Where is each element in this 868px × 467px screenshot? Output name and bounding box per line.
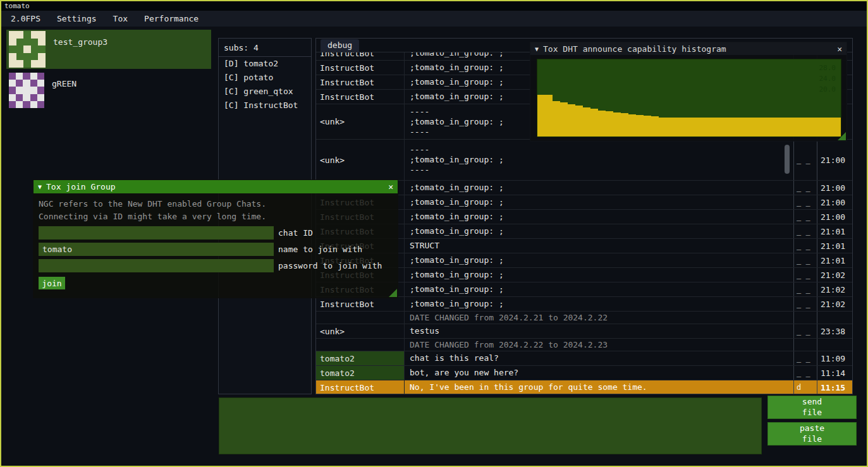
subs-count: subs: 4 bbox=[219, 39, 311, 57]
histogram-bar bbox=[568, 104, 575, 136]
histogram-bar bbox=[560, 102, 568, 136]
menu-item-2-0fps[interactable]: 2.0FPS bbox=[3, 11, 49, 27]
chat-row-status: _ _ bbox=[793, 282, 817, 296]
hint-text: NGC refers to the New DHT enabled Group … bbox=[34, 198, 398, 210]
close-icon[interactable]: ✕ bbox=[837, 44, 842, 54]
member-item[interactable]: [D] tomato2 bbox=[219, 57, 311, 71]
contact-name: test_group3 bbox=[53, 37, 107, 69]
collapse-arrow-icon[interactable]: ▼ bbox=[38, 183, 42, 190]
contact-item-green[interactable]: gREEN bbox=[6, 71, 211, 111]
chat-row-status: _ _ bbox=[793, 140, 817, 180]
histogram-bar bbox=[795, 118, 803, 137]
plot-tick-label: 28.0 bbox=[819, 63, 836, 73]
chat-row-status: _ _ bbox=[793, 297, 817, 311]
chat-row-time: 21:00 bbox=[817, 195, 852, 209]
chat-row-message: DATE CHANGED from 2024.2.22 to 2024.2.23 bbox=[405, 340, 793, 350]
chat-row[interactable]: <unk>---- ;tomato_in_group: ; ----_ _21:… bbox=[316, 140, 852, 181]
resize-grip[interactable] bbox=[389, 289, 397, 297]
histogram-bar bbox=[750, 118, 757, 137]
chat-row-author: <unk> bbox=[316, 104, 405, 139]
paste-file-button[interactable]: paste file bbox=[767, 422, 857, 446]
histogram-bar bbox=[545, 95, 553, 136]
chat-row-time: 11:15 bbox=[817, 380, 852, 394]
contact-avatar-icon bbox=[9, 73, 44, 108]
chat-row-status bbox=[793, 312, 817, 324]
chat-row-message: ;tomato_in_group: ; bbox=[405, 270, 793, 280]
chat-row[interactable]: InstructBotNo, I've been in this group f… bbox=[316, 380, 852, 394]
histogram-bar bbox=[666, 118, 674, 137]
histogram-bar bbox=[590, 109, 598, 136]
chat-row-author: InstructBot bbox=[316, 75, 405, 89]
chat-row-author: InstructBot bbox=[316, 61, 405, 75]
histogram-bar bbox=[583, 107, 590, 136]
histogram-bar bbox=[628, 114, 636, 136]
chat-row-message: ;tomato_in_group: ; bbox=[405, 226, 793, 236]
chat-row[interactable]: tomato2chat is this real?_ _11:09 bbox=[316, 351, 852, 366]
chat-row[interactable]: InstructBot;tomato_in_group: ;_ _21:02 bbox=[316, 297, 852, 312]
chat-row-message: ;tomato_in_group: ; bbox=[405, 183, 793, 193]
contact-name: gREEN bbox=[52, 79, 76, 111]
chat-row-message: STRUCT bbox=[405, 241, 793, 251]
join-password-input[interactable] bbox=[39, 259, 274, 272]
chat-row-message: ;tomato_in_group: ; bbox=[405, 255, 793, 265]
chat-row-status: _ _ bbox=[793, 366, 817, 380]
chat-row-author: tomato2 bbox=[316, 366, 405, 380]
chat-id-input[interactable] bbox=[39, 226, 274, 240]
chat-row-time bbox=[817, 312, 852, 324]
chat-scrollbar[interactable] bbox=[785, 145, 790, 174]
chat-row-message: bot, are you new here? bbox=[405, 368, 793, 378]
member-item[interactable]: [C] green_qtox bbox=[219, 85, 311, 99]
chat-row-time: 21:01 bbox=[817, 253, 852, 267]
chat-row-time: 21:02 bbox=[817, 268, 852, 282]
histogram-bar bbox=[636, 115, 644, 136]
histogram-bar bbox=[697, 118, 704, 137]
chat-row-message: ;tomato_in_group: ; bbox=[405, 212, 793, 222]
tab-debug[interactable]: debug bbox=[321, 39, 359, 52]
message-input[interactable] bbox=[219, 397, 762, 454]
resize-grip[interactable] bbox=[838, 132, 846, 140]
send-file-button[interactable]: send file bbox=[767, 396, 857, 419]
chat-row-time: 11:14 bbox=[817, 366, 852, 380]
chat-row-status: _ _ bbox=[793, 268, 817, 282]
join-group-window: ▼ Tox join Group ✕ NGC refers to the New… bbox=[33, 179, 398, 298]
histogram-titlebar[interactable]: ▼ Tox DHT announce capability histogram … bbox=[530, 42, 847, 55]
member-item[interactable]: [C] potato bbox=[219, 71, 311, 85]
histogram-bar bbox=[575, 106, 583, 136]
chat-row-author: <unk> bbox=[316, 140, 405, 180]
chat-row-author: InstructBot bbox=[316, 380, 405, 394]
window-titlebar[interactable]: tomato bbox=[1, 1, 867, 11]
histogram-bar bbox=[674, 118, 682, 137]
menu-item-settings[interactable]: Settings bbox=[49, 11, 105, 27]
plot-tick-label: 24.0 bbox=[819, 74, 836, 83]
join-button[interactable]: join bbox=[39, 277, 65, 289]
menu-item-tox[interactable]: Tox bbox=[105, 11, 136, 27]
histogram-bar bbox=[606, 111, 613, 136]
join-name-input[interactable] bbox=[39, 243, 274, 256]
chat-row[interactable]: DATE CHANGED from 2024.2.22 to 2024.2.23 bbox=[316, 339, 852, 351]
chat-row-time bbox=[817, 339, 852, 351]
join-group-titlebar[interactable]: ▼ Tox join Group ✕ bbox=[34, 180, 398, 193]
histogram-bar bbox=[553, 101, 560, 136]
app-window: tomato 2.0FPSSettingsToxPerformance test… bbox=[0, 0, 868, 467]
chat-row-message: ;tomato_in_group: ; bbox=[405, 197, 793, 207]
chat-row-author bbox=[316, 312, 405, 324]
chat-row-status: _ _ bbox=[793, 351, 817, 365]
contact-item-test-group3[interactable]: test_group3 bbox=[6, 30, 211, 69]
chat-row[interactable]: tomato2bot, are you new here?_ _11:14 bbox=[316, 366, 852, 380]
menu-item-performance[interactable]: Performance bbox=[136, 11, 207, 27]
histogram-bar bbox=[818, 118, 826, 137]
histogram-bar bbox=[689, 118, 697, 137]
chat-row-status: _ _ bbox=[793, 239, 817, 253]
close-icon[interactable]: ✕ bbox=[388, 182, 393, 191]
chat-row-time: 21:01 bbox=[817, 224, 852, 238]
chat-row-author: InstructBot bbox=[316, 52, 405, 60]
member-item[interactable]: [C] InstructBot bbox=[219, 99, 311, 112]
chat-row[interactable]: <unk>testus_ _23:38 bbox=[316, 324, 852, 339]
histogram-bar bbox=[727, 118, 735, 137]
collapse-arrow-icon[interactable]: ▼ bbox=[535, 45, 539, 52]
chat-row[interactable]: DATE CHANGED from 2024.2.21 to 2024.2.22 bbox=[316, 312, 852, 324]
plot-tick-label: 20.0 bbox=[819, 85, 836, 94]
chat-row-time: 21:02 bbox=[817, 282, 852, 296]
chat-row-message: No, I've been in this group for quite so… bbox=[405, 382, 793, 392]
histogram-bar bbox=[659, 118, 666, 137]
